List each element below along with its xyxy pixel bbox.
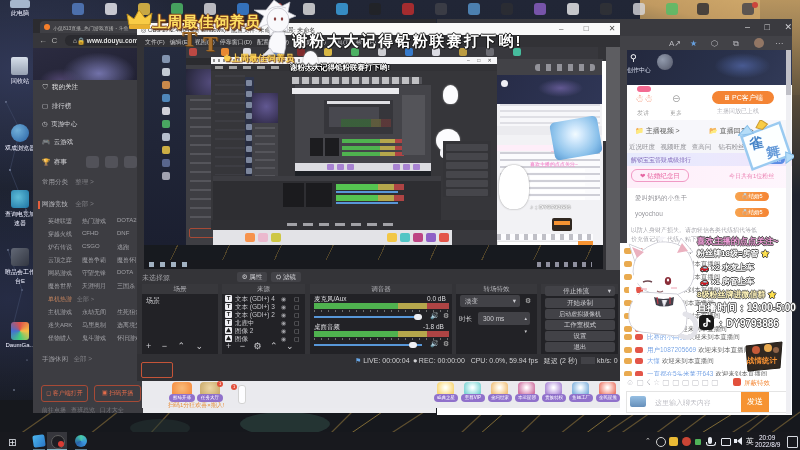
svg-text:战情统计: 战情统计 [747, 356, 778, 365]
